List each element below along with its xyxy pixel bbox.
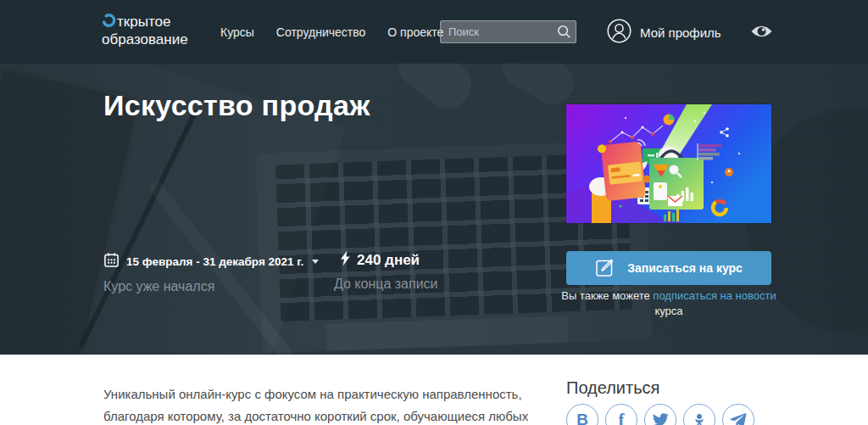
social-icons: В f bbox=[566, 404, 754, 425]
search-input[interactable] bbox=[440, 20, 576, 43]
logo-text-line1: ткрытое bbox=[117, 14, 170, 31]
hero-section: Искусство продаж bbox=[0, 64, 868, 355]
edit-icon bbox=[595, 257, 615, 280]
vk-icon[interactable]: В bbox=[566, 404, 598, 425]
subscribe-text: Вы также можете подписаться на новости к… bbox=[554, 288, 783, 319]
share-title: Поделиться bbox=[566, 378, 659, 398]
header: ткрытое образование Курсы Сотрудничество… bbox=[0, 0, 868, 64]
profile-menu[interactable]: Мой профиль bbox=[607, 19, 721, 47]
duration-status: До конца записи bbox=[334, 277, 438, 292]
search bbox=[440, 20, 576, 43]
facebook-icon[interactable]: f bbox=[605, 404, 637, 425]
eye-accessibility-icon[interactable] bbox=[750, 24, 773, 42]
date-status: Курс уже начался bbox=[103, 279, 319, 294]
nav-item-cooperation[interactable]: Сотрудничество bbox=[276, 25, 365, 39]
nav-item-about[interactable]: О проекте bbox=[387, 25, 443, 39]
subscribe-suffix: курса bbox=[654, 305, 682, 317]
subscribe-prefix: Вы также можете bbox=[561, 289, 653, 302]
chevron-down-icon bbox=[312, 260, 319, 264]
date-dropdown[interactable]: 15 февраля - 31 декабря 2021 г. bbox=[103, 252, 319, 271]
nav-item-courses[interactable]: Курсы bbox=[220, 25, 254, 39]
course-title: Искусство продаж bbox=[103, 89, 370, 122]
enroll-button-label: Записаться на курс bbox=[627, 261, 743, 275]
logo[interactable]: ткрытое образование bbox=[102, 13, 188, 48]
enroll-button[interactable]: Записаться на курс bbox=[566, 251, 771, 285]
lightning-icon bbox=[339, 250, 351, 270]
duration-value: 240 дней bbox=[357, 252, 420, 269]
logo-text-line2: образование bbox=[102, 31, 188, 48]
page: ткрытое образование Курсы Сотрудничество… bbox=[0, 0, 868, 425]
course-description: Уникальный онлайн-курс с фокусом на прак… bbox=[103, 383, 531, 425]
course-image bbox=[566, 104, 771, 223]
user-icon bbox=[607, 19, 632, 47]
telegram-icon[interactable] bbox=[722, 404, 754, 425]
calendar-icon bbox=[103, 252, 120, 271]
date-range: 15 февраля - 31 декабря 2021 г. bbox=[126, 255, 303, 268]
twitter-icon[interactable] bbox=[644, 404, 676, 425]
odnoklassniki-icon[interactable] bbox=[683, 404, 715, 425]
date-block: 15 февраля - 31 декабря 2021 г. Курс уже… bbox=[103, 252, 319, 294]
subscribe-link[interactable]: подписаться на новости bbox=[653, 289, 776, 302]
main-nav: Курсы Сотрудничество О проекте bbox=[220, 0, 443, 64]
search-icon[interactable] bbox=[557, 25, 571, 42]
profile-label: Мой профиль bbox=[640, 25, 721, 40]
logo-icon bbox=[102, 13, 117, 31]
content-section: Уникальный онлайн-курс с фокусом на прак… bbox=[0, 355, 868, 425]
duration-block: 240 дней До конца записи bbox=[334, 250, 438, 292]
